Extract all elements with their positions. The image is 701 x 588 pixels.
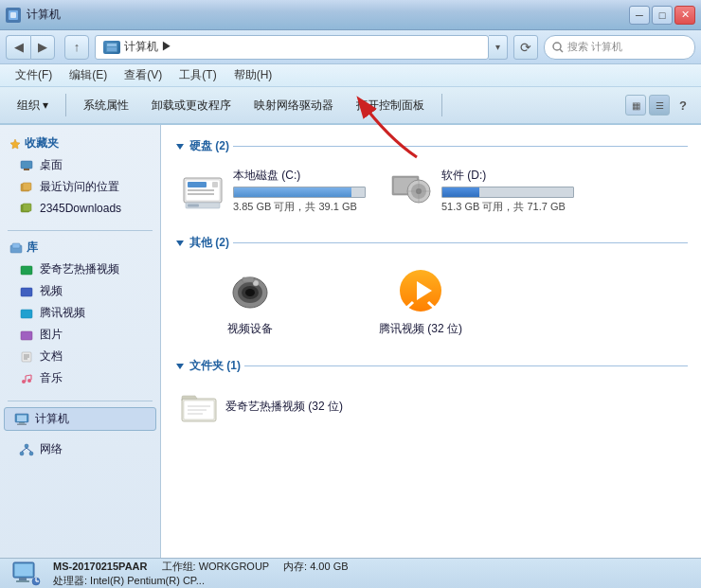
title-bar: 计算机 ─ □ ✕ xyxy=(0,0,701,30)
drive-d-name: 软件 (D:) xyxy=(441,168,574,184)
network-label: 网络 xyxy=(40,441,63,457)
memory-value: 内存: 4.00 GB xyxy=(283,561,348,572)
drive-c-fill xyxy=(234,187,351,197)
menu-edit[interactable]: 编辑(E) xyxy=(62,65,115,85)
address-bar: ◀ ▶ ↑ 计算机 ▶ ▾ ⟳ 搜索 计算机 xyxy=(0,30,701,64)
menu-tools[interactable]: 工具(T) xyxy=(171,65,224,85)
svg-rect-14 xyxy=(23,204,31,211)
menu-help[interactable]: 帮助(H) xyxy=(226,65,280,85)
section-line xyxy=(233,146,688,147)
camera-item[interactable]: 视频设备 xyxy=(174,258,326,343)
section-line-2 xyxy=(233,242,688,243)
help-button[interactable]: ? xyxy=(673,95,693,116)
pictures-icon xyxy=(19,328,34,343)
music-icon xyxy=(19,371,34,386)
sidebar-item-aiqiyi[interactable]: 爱奇艺热播视频 xyxy=(4,258,156,280)
menu-file[interactable]: 文件(F) xyxy=(8,65,60,85)
search-box[interactable]: 搜索 计算机 xyxy=(544,35,695,60)
drive-c-name: 本地磁盘 (C:) xyxy=(233,168,366,184)
restore-button[interactable]: □ xyxy=(652,6,673,25)
tencent-video-icon xyxy=(394,264,447,317)
processor-value: 处理器: Intel(R) Pentium(R) CP... xyxy=(53,575,205,586)
sidebar-item-recent[interactable]: 最近访问的位置 xyxy=(4,176,156,198)
address-path[interactable]: 计算机 ▶ xyxy=(95,35,489,60)
svg-point-29 xyxy=(27,379,31,383)
svg-rect-16 xyxy=(12,243,20,248)
refresh-button[interactable]: ⟳ xyxy=(513,35,538,60)
svg-point-34 xyxy=(25,444,28,448)
drive-c-row: 本地磁盘 (C:) 3.85 GB 可用，共 39.1 GB xyxy=(180,168,358,214)
sidebar-item-docs[interactable]: 文档 xyxy=(4,346,156,367)
search-placeholder: 搜索 计算机 xyxy=(567,40,622,54)
sidebar-item-network[interactable]: 网络 xyxy=(4,438,156,460)
section-line-3 xyxy=(244,365,688,366)
system-properties-button[interactable]: 系统属性 xyxy=(74,94,138,117)
window-icon xyxy=(6,8,21,23)
folder-aiqiyi-item[interactable]: 爱奇艺热播视频 (32 位) xyxy=(174,382,688,431)
folder-aiqiyi-label: 爱奇艺热播视频 (32 位) xyxy=(225,399,343,415)
svg-rect-71 xyxy=(15,563,33,576)
svg-line-27 xyxy=(26,375,31,376)
organize-button[interactable]: 组织 ▾ xyxy=(8,94,58,117)
drive-c-bar xyxy=(233,187,366,198)
drive-c-item[interactable]: 本地磁盘 (C:) 3.85 GB 可用，共 39.1 GB xyxy=(174,162,364,220)
sidebar-item-computer[interactable]: 计算机 xyxy=(4,407,156,431)
drives-row: 本地磁盘 (C:) 3.85 GB 可用，共 39.1 GB xyxy=(174,162,688,220)
svg-rect-73 xyxy=(16,580,29,582)
docs-icon xyxy=(19,349,34,365)
status-bar: MS-20170215PAAR 工作组: WORKGROUP 内存: 4.00 … xyxy=(0,558,701,588)
hard-drives-header: 硬盘 (2) xyxy=(174,138,688,154)
other-label: 其他 (2) xyxy=(189,235,229,251)
computer-label: 计算机 xyxy=(35,411,69,427)
svg-line-38 xyxy=(27,448,31,452)
svg-line-37 xyxy=(22,448,27,452)
svg-line-6 xyxy=(560,49,563,52)
separator-1 xyxy=(65,94,66,116)
main-area: 收藏夹 桌面 最近访问的位置 2345Downloads xyxy=(0,125,701,558)
svg-rect-17 xyxy=(21,266,32,275)
folder-icon xyxy=(180,387,218,425)
svg-rect-47 xyxy=(188,204,199,206)
svg-marker-39 xyxy=(176,144,184,150)
sidebar-item-downloads[interactable]: 2345Downloads xyxy=(4,198,156,219)
minimize-button[interactable]: ─ xyxy=(629,6,650,25)
tencent-video-item[interactable]: 腾讯视频 (32 位) xyxy=(345,258,496,343)
forward-button[interactable]: ▶ xyxy=(30,35,55,60)
open-panel-button[interactable]: 打开控制面板 xyxy=(347,94,434,117)
organize-group: 组织 ▾ xyxy=(8,94,58,117)
folders-header: 文件夹 (1) xyxy=(174,358,688,374)
computer-name-value: MS-20170215PAAR xyxy=(53,561,147,572)
svg-rect-9 xyxy=(21,161,32,169)
map-drive-button[interactable]: 映射网络驱动器 xyxy=(244,94,343,117)
drive-c-icon xyxy=(180,172,225,210)
sidebar-item-pictures[interactable]: 图片 xyxy=(4,324,156,346)
svg-rect-12 xyxy=(23,183,31,190)
expand-icon xyxy=(174,141,186,152)
menu-view[interactable]: 查看(V) xyxy=(117,65,170,85)
svg-point-35 xyxy=(20,452,24,455)
svg-rect-20 xyxy=(21,331,32,340)
sidebar-item-tencent[interactable]: 腾讯视频 xyxy=(4,302,156,324)
drive-d-item[interactable]: 软件 (D:) 51.3 GB 可用，共 71.7 GB xyxy=(383,162,572,220)
svg-point-25 xyxy=(22,380,26,383)
view-list-button[interactable]: ☰ xyxy=(649,95,670,116)
svg-rect-44 xyxy=(188,193,214,195)
uninstall-button[interactable]: 卸载或更改程序 xyxy=(142,94,241,117)
view-details-button[interactable]: ▦ xyxy=(625,95,646,116)
expand-icon-3 xyxy=(174,361,186,372)
svg-rect-43 xyxy=(188,189,214,191)
svg-rect-61 xyxy=(243,277,254,282)
sidebar-item-video[interactable]: 视频 xyxy=(4,280,156,302)
sidebar-item-desktop[interactable]: 桌面 xyxy=(4,154,156,176)
svg-rect-10 xyxy=(24,169,29,170)
drive-d-icon xyxy=(388,172,434,210)
drive-d-size: 51.3 GB 可用，共 71.7 GB xyxy=(441,200,574,214)
up-button[interactable]: ↑ xyxy=(64,35,89,60)
svg-rect-45 xyxy=(212,182,218,187)
computer-icon xyxy=(14,412,29,427)
address-label: 计算机 ▶ xyxy=(124,39,172,55)
address-dropdown[interactable]: ▾ xyxy=(489,35,508,60)
sidebar-item-music[interactable]: 音乐 xyxy=(4,367,156,389)
close-button[interactable]: ✕ xyxy=(674,6,695,25)
back-button[interactable]: ◀ xyxy=(6,35,30,60)
